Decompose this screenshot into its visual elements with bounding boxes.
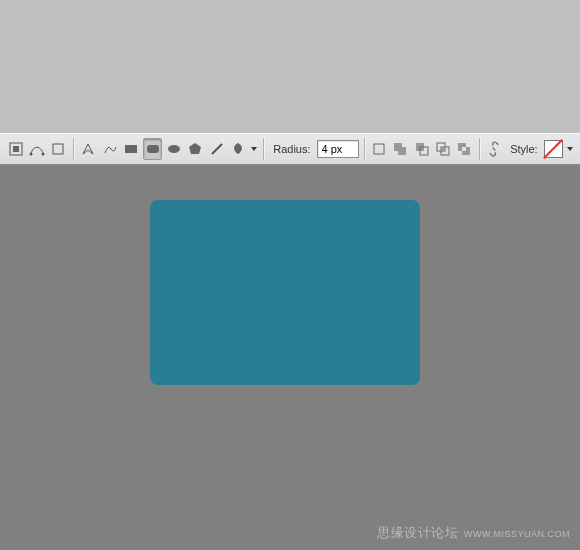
subtract-path-button[interactable] bbox=[412, 138, 431, 160]
pen-tool-button[interactable] bbox=[79, 138, 98, 160]
freeform-pen-tool-button[interactable] bbox=[100, 138, 119, 160]
svg-marker-8 bbox=[189, 143, 201, 154]
svg-point-3 bbox=[41, 153, 44, 156]
svg-marker-22 bbox=[567, 147, 573, 151]
svg-rect-11 bbox=[374, 144, 384, 154]
custom-shape-icon bbox=[230, 141, 246, 157]
no-style-icon bbox=[544, 139, 564, 159]
chevron-down-icon bbox=[566, 145, 574, 153]
line-icon bbox=[209, 141, 225, 157]
rectangle-tool-button[interactable] bbox=[121, 138, 140, 160]
svg-point-7 bbox=[168, 145, 180, 153]
exclude-path-button[interactable] bbox=[455, 138, 474, 160]
svg-rect-5 bbox=[125, 145, 137, 153]
radius-input[interactable] bbox=[317, 140, 359, 158]
link-layers-button[interactable] bbox=[485, 138, 504, 160]
svg-rect-6 bbox=[147, 145, 159, 153]
style-swatch[interactable] bbox=[544, 140, 564, 158]
svg-point-2 bbox=[29, 153, 32, 156]
paths-mode-button[interactable] bbox=[27, 138, 46, 160]
ellipse-tool-button[interactable] bbox=[164, 138, 183, 160]
new-path-icon bbox=[371, 141, 387, 157]
svg-rect-21 bbox=[462, 147, 466, 151]
pen-icon bbox=[80, 141, 96, 157]
svg-rect-4 bbox=[53, 144, 63, 154]
fill-pixels-mode-button[interactable] bbox=[49, 138, 68, 160]
rounded-rectangle-tool-button[interactable] bbox=[143, 138, 163, 160]
add-to-path-button[interactable] bbox=[391, 138, 410, 160]
shape-layers-icon bbox=[8, 141, 24, 157]
freeform-pen-icon bbox=[102, 141, 118, 157]
new-path-area-button[interactable] bbox=[369, 138, 388, 160]
shape-layers-mode-button[interactable] bbox=[6, 138, 25, 160]
svg-marker-10 bbox=[251, 147, 257, 151]
svg-rect-13 bbox=[398, 147, 406, 155]
top-background bbox=[0, 0, 580, 133]
shape-options-dropdown[interactable] bbox=[250, 145, 259, 153]
separator bbox=[73, 138, 74, 160]
watermark: 思缘设计论坛 WWW.MISSYUAN.COM bbox=[377, 524, 570, 542]
watermark-text: 思缘设计论坛 bbox=[377, 524, 458, 542]
watermark-url: WWW.MISSYUAN.COM bbox=[464, 529, 570, 539]
tool-options-bar: Radius: bbox=[0, 133, 580, 165]
svg-rect-18 bbox=[441, 147, 445, 151]
svg-rect-1 bbox=[13, 146, 19, 152]
fill-pixels-icon bbox=[50, 141, 66, 157]
ellipse-icon bbox=[166, 141, 182, 157]
add-path-icon bbox=[392, 141, 408, 157]
style-label: Style: bbox=[510, 143, 538, 155]
line-tool-button[interactable] bbox=[207, 138, 226, 160]
polygon-tool-button[interactable] bbox=[186, 138, 205, 160]
custom-shape-tool-button[interactable] bbox=[228, 138, 247, 160]
style-dropdown[interactable] bbox=[565, 145, 574, 153]
canvas-area[interactable]: 思缘设计论坛 WWW.MISSYUAN.COM bbox=[0, 165, 580, 550]
svg-line-9 bbox=[212, 144, 222, 154]
separator bbox=[479, 138, 480, 160]
intersect-path-icon bbox=[435, 141, 451, 157]
separator bbox=[263, 138, 264, 160]
polygon-icon bbox=[187, 141, 203, 157]
chevron-down-icon bbox=[250, 145, 258, 153]
rectangle-icon bbox=[123, 141, 139, 157]
radius-label: Radius: bbox=[273, 143, 310, 155]
intersect-path-button[interactable] bbox=[433, 138, 452, 160]
exclude-path-icon bbox=[456, 141, 472, 157]
rounded-rectangle-shape[interactable] bbox=[150, 200, 420, 385]
subtract-path-icon bbox=[414, 141, 430, 157]
link-icon bbox=[487, 141, 501, 157]
paths-icon bbox=[29, 141, 45, 157]
separator bbox=[364, 138, 365, 160]
rounded-rectangle-icon bbox=[145, 141, 161, 157]
